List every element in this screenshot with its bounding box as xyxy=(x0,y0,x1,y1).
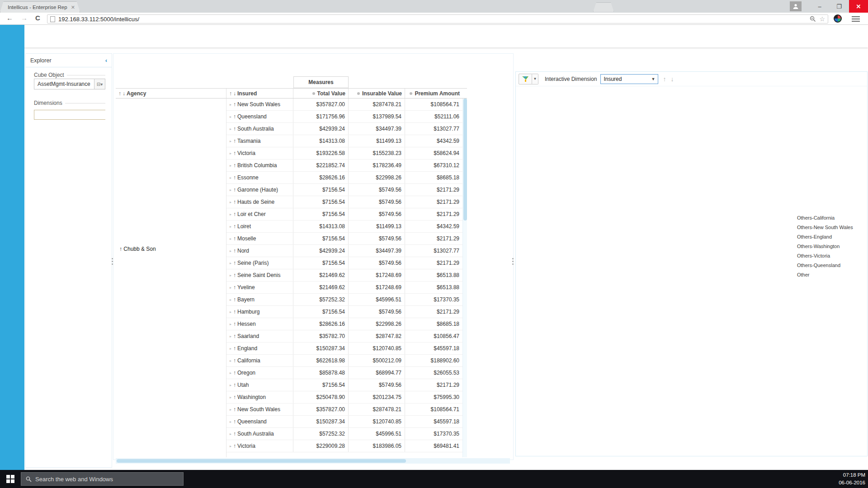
dimensions-search-field[interactable] xyxy=(34,110,105,120)
table-horizontal-scrollbar[interactable] xyxy=(116,458,510,464)
refresh-icon[interactable]: C xyxy=(35,14,40,22)
expand-caret-icon[interactable]: ▸ xyxy=(230,225,231,229)
legend-item[interactable]: Others-England xyxy=(789,232,853,241)
expand-caret-icon[interactable]: ▸ xyxy=(230,200,231,204)
table-row[interactable]: ▸↑Saarland $35782.70 $28747.82 $10856.47 xyxy=(226,330,462,343)
table-row[interactable]: ▸↑Nord $42939.24 $34497.39 $13027.77 xyxy=(226,245,462,257)
table-row[interactable]: ▸↑Essonne $28626.16 $22998.26 $8685.18 xyxy=(226,172,462,184)
interactive-dimension-select[interactable]: Insured▼ xyxy=(600,74,658,84)
browser-menu-icon[interactable] xyxy=(852,15,860,22)
expand-caret-icon[interactable]: ▸ xyxy=(230,322,231,326)
expand-caret-icon[interactable]: ▸ xyxy=(230,395,231,399)
expand-caret-icon[interactable]: ▸ xyxy=(230,359,231,363)
expand-caret-icon[interactable]: ▸ xyxy=(230,127,231,131)
bookmark-star-icon[interactable]: ☆ xyxy=(819,15,825,23)
tab-close-icon[interactable]: ✕ xyxy=(70,5,76,10)
table-row[interactable]: ▸↑Victoria $193226.58 $155238.23 $58624.… xyxy=(226,147,462,160)
table-row[interactable]: ▸↑Queensland $150287.34 $120740.85 $4559… xyxy=(226,416,462,428)
profile-icon[interactable] xyxy=(790,1,802,11)
table-row[interactable]: ▸↑British Columbia $221852.74 $178236.49… xyxy=(226,160,462,172)
chart-splitter-handle[interactable] xyxy=(511,251,514,272)
new-tab-button[interactable] xyxy=(593,2,614,12)
table-row[interactable]: ▸↑Victoria $229009.28 $183986.05 $69481.… xyxy=(226,440,462,452)
premium-amount-column-header[interactable]: Premium Amount xyxy=(405,89,462,98)
dimensions-search-input[interactable] xyxy=(34,110,109,119)
table-row[interactable]: ▸↑South Australia $42939.24 $34497.39 $1… xyxy=(226,123,462,135)
table-row[interactable]: ▸↑Tasmania $14313.08 $11499.13 $4342.59 xyxy=(226,135,462,147)
expand-caret-icon[interactable]: ▸ xyxy=(230,310,231,314)
expand-caret-icon[interactable]: ▸ xyxy=(230,261,231,265)
omnibox[interactable]: 192.168.33.112:5000/intellicus/ ☆ xyxy=(47,14,828,23)
expand-caret-icon[interactable]: ▸ xyxy=(230,164,231,168)
table-row[interactable]: ▸↑Loir et Cher $7156.54 $5749.56 $2171.2… xyxy=(226,208,462,221)
expand-caret-icon[interactable]: ▸ xyxy=(230,212,231,216)
expand-caret-icon[interactable]: ▸ xyxy=(230,444,231,448)
forward-icon[interactable]: → xyxy=(21,14,28,22)
expand-caret-icon[interactable]: ▸ xyxy=(230,249,231,253)
expand-caret-icon[interactable]: ▸ xyxy=(230,273,231,277)
legend-item[interactable]: Others-Queensland xyxy=(789,260,853,270)
extension-icon[interactable] xyxy=(834,14,842,23)
expand-caret-icon[interactable]: ▸ xyxy=(230,286,231,290)
expand-caret-icon[interactable]: ▸ xyxy=(230,347,231,351)
table-row[interactable]: ▸↑Bayern $57252.32 $45996.51 $17370.35 xyxy=(226,294,462,306)
expand-caret-icon[interactable]: ▸ xyxy=(230,139,231,143)
browser-tab[interactable]: Intellicus - Enterprise Rep ✕ xyxy=(0,1,80,13)
sort-asc-icon[interactable]: ↑ xyxy=(118,90,121,97)
expand-caret-icon[interactable]: ▸ xyxy=(230,151,231,155)
expand-caret-icon[interactable]: ▸ xyxy=(230,188,231,192)
chart-type-icon[interactable] xyxy=(519,74,532,84)
chart-type-dropdown-icon[interactable]: ▼ xyxy=(532,74,538,84)
expand-caret-icon[interactable]: ▸ xyxy=(230,115,231,119)
expand-caret-icon[interactable]: ▸ xyxy=(230,103,231,107)
move-up-icon[interactable]: ↑ xyxy=(663,75,666,83)
legend-item[interactable]: Others-Washington xyxy=(789,241,853,251)
total-value-column-header[interactable]: Total Value xyxy=(293,89,349,98)
table-row[interactable]: ▸↑Oregon $85878.48 $68994.77 $26055.53 xyxy=(226,367,462,379)
table-row[interactable]: ▸↑New South Wales $357827.00 $287478.21 … xyxy=(226,404,462,416)
taskbar-clock[interactable]: 07:18 PM 06-06-2016 xyxy=(839,471,868,486)
expand-caret-icon[interactable]: ▸ xyxy=(230,176,231,180)
table-row[interactable]: ▸↑Loiret $14313.08 $11499.13 $4342.59 xyxy=(226,221,462,233)
window-close-button[interactable]: ✕ xyxy=(849,0,868,13)
table-row[interactable]: ▸↑California $622618.98 $500212.09 $1889… xyxy=(226,355,462,367)
insurable-value-column-header[interactable]: Insurable Value xyxy=(349,89,405,98)
table-row[interactable]: ▸↑Queensland $171756.96 $137989.54 $5211… xyxy=(226,111,462,123)
collapse-panel-icon[interactable]: ‹ xyxy=(105,57,107,64)
expand-caret-icon[interactable]: ▸ xyxy=(230,371,231,375)
taskbar-search[interactable]: Search the web and Windows xyxy=(21,472,184,486)
cube-object-picker-icon[interactable]: ⊟▾ xyxy=(94,79,105,89)
table-row[interactable]: ▸↑Garonne (Haute) $7156.54 $5749.56 $217… xyxy=(226,184,462,196)
agency-column-header[interactable]: ↑ ↓ Agency xyxy=(116,89,226,98)
table-row[interactable]: ▸↑England $150287.34 $120740.85 $45597.1… xyxy=(226,343,462,355)
zoom-icon[interactable] xyxy=(810,16,816,22)
move-down-icon[interactable]: ↓ xyxy=(670,75,674,83)
legend-item[interactable]: Others-California xyxy=(789,213,853,222)
expand-caret-icon[interactable]: ▸ xyxy=(230,420,231,424)
expand-caret-icon[interactable]: ▸ xyxy=(230,237,231,241)
legend-item[interactable]: Other xyxy=(789,270,853,279)
agency-group-label[interactable]: ↑ Chubb & Son xyxy=(119,246,156,252)
explorer-splitter-handle[interactable] xyxy=(111,251,114,272)
table-row[interactable]: ▸↑Hauts de Seine $7156.54 $5749.56 $2171… xyxy=(226,196,462,208)
cube-object-field[interactable]: AssetMgmt-Insurance ⊟▾ xyxy=(34,79,105,89)
window-maximize-button[interactable]: ❐ xyxy=(830,0,848,13)
table-row[interactable]: ▸↑Hessen $28626.16 $22998.26 $8685.18 xyxy=(226,318,462,330)
back-icon[interactable]: ← xyxy=(6,14,13,22)
table-row[interactable]: ▸↑New South Wales $357827.00 $287478.21 … xyxy=(226,99,462,111)
expand-caret-icon[interactable]: ▸ xyxy=(230,383,231,387)
table-vertical-scrollbar[interactable] xyxy=(462,99,467,457)
table-row[interactable]: ▸↑Utah $7156.54 $5749.56 $2171.29 xyxy=(226,379,462,391)
table-row[interactable]: ▸↑Yveline $21469.62 $17248.69 $6513.88 xyxy=(226,282,462,294)
table-row[interactable]: ▸↑Washington $250478.90 $201234.75 $7599… xyxy=(226,391,462,404)
table-row[interactable]: ▸↑Moselle $7156.54 $5749.56 $2171.29 xyxy=(226,233,462,245)
expand-caret-icon[interactable]: ▸ xyxy=(230,334,231,338)
insured-column-header[interactable]: ↑ ↓ Insured xyxy=(226,89,293,98)
legend-item[interactable]: Others-New South Wales xyxy=(789,222,853,232)
table-row[interactable]: ▸↑Seine (Paris) $7156.54 $5749.56 $2171.… xyxy=(226,257,462,269)
expand-caret-icon[interactable]: ▸ xyxy=(230,408,231,412)
sort-desc-icon[interactable]: ↓ xyxy=(123,90,125,97)
expand-caret-icon[interactable]: ▸ xyxy=(230,432,231,436)
table-row[interactable]: ▸↑Hamburg $7156.54 $5749.56 $2171.29 xyxy=(226,306,462,318)
window-minimize-button[interactable]: – xyxy=(811,0,829,13)
